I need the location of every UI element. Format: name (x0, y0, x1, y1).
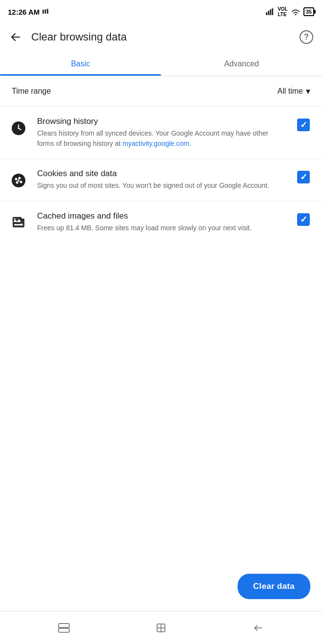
link-suffix: . (189, 140, 191, 147)
time-range-value: All time (278, 87, 303, 96)
status-time: 12:26 AM (8, 8, 51, 16)
help-circle-icon: ? (300, 30, 313, 44)
home-icon (155, 622, 167, 634)
svg-rect-23 (59, 624, 69, 627)
browsing-history-content: Browsing history Clears history from all… (37, 117, 285, 149)
battery-level: 35 (306, 9, 312, 15)
tab-advanced-indicator (161, 74, 322, 76)
svg-rect-1 (45, 9, 46, 14)
tab-basic-label: Basic (71, 60, 90, 74)
nav-back-icon (252, 622, 264, 634)
clear-data-button[interactable]: Clear data (238, 574, 310, 599)
help-button[interactable]: ? (295, 25, 318, 49)
sim-icon (42, 8, 51, 15)
page-title: Clear browsing data (27, 31, 295, 43)
cached-content: Cached images and files Frees up 81.4 MB… (37, 211, 285, 233)
nav-back-button[interactable] (246, 616, 270, 640)
option-cookies: Cookies and site data Signs you out of m… (0, 159, 322, 201)
cookies-checkbox[interactable]: ✓ (297, 171, 310, 183)
svg-rect-4 (268, 11, 269, 15)
nav-bar (0, 611, 322, 644)
time-range-label: Time range (12, 87, 51, 96)
browsing-history-checkbox-area: ✓ (293, 117, 314, 131)
bottom-area: Clear data (0, 566, 322, 611)
tab-advanced-label: Advanced (224, 60, 259, 74)
cached-icon (8, 212, 29, 234)
svg-rect-24 (59, 628, 69, 632)
cookies-title: Cookies and site data (37, 169, 285, 179)
checkmark-icon: ✓ (300, 121, 307, 129)
checkmark-icon: ✓ (300, 215, 307, 224)
nav-home-button[interactable] (149, 616, 173, 640)
recents-icon (58, 623, 70, 633)
status-icons: VOLLTE 35 (266, 6, 314, 17)
cookie-palette-icon (11, 173, 26, 188)
battery-icon: 35 (303, 7, 314, 16)
cached-title: Cached images and files (37, 211, 285, 221)
tab-basic[interactable]: Basic (0, 53, 161, 76)
cookies-checkbox-area: ✓ (293, 169, 314, 183)
svg-rect-5 (270, 9, 271, 15)
options-list: Browsing history Clears history from all… (0, 107, 322, 243)
app-bar: Clear browsing data ? (0, 21, 322, 53)
cached-checkbox[interactable]: ✓ (297, 213, 310, 226)
tab-advanced[interactable]: Advanced (161, 53, 322, 76)
svg-point-11 (18, 128, 20, 129)
svg-point-17 (18, 180, 20, 181)
myactivity-link[interactable]: myactivity.google.com (122, 140, 189, 147)
tab-basic-indicator (0, 74, 161, 76)
back-button[interactable] (4, 25, 27, 49)
cookies-desc: Signs you out of most sites. You won't b… (37, 181, 285, 191)
svg-point-13 (15, 178, 18, 181)
cookies-icon (8, 170, 29, 191)
cached-checkbox-area: ✓ (293, 211, 314, 226)
option-cached: Cached images and files Frees up 81.4 MB… (0, 201, 322, 243)
svg-rect-6 (272, 8, 273, 15)
browsing-history-icon (8, 118, 29, 139)
browsing-history-checkbox[interactable]: ✓ (297, 119, 310, 131)
svg-point-15 (20, 181, 22, 183)
browsing-history-title: Browsing history (37, 117, 285, 126)
svg-point-16 (16, 181, 19, 184)
wifi-icon (291, 8, 301, 16)
cached-desc: Frees up 81.4 MB. Some sites may load mo… (37, 223, 285, 233)
signal-icon (266, 8, 275, 15)
time-range-row: Time range All time ▾ (0, 76, 322, 106)
spacer (0, 243, 322, 566)
gallery-icon (11, 215, 26, 231)
svg-point-14 (19, 177, 21, 180)
time-text: 12:26 AM (8, 8, 40, 16)
status-bar: 12:26 AM VOLLTE 35 (0, 0, 322, 21)
clock-icon (11, 121, 26, 136)
option-browsing-history: Browsing history Clears history from all… (0, 107, 322, 159)
dropdown-arrow-icon: ▾ (306, 86, 310, 97)
cookies-content: Cookies and site data Signs you out of m… (37, 169, 285, 191)
svg-rect-3 (266, 12, 267, 15)
svg-rect-0 (42, 10, 44, 14)
nav-recents-button[interactable] (52, 616, 76, 640)
tabs-container: Basic Advanced (0, 53, 322, 76)
svg-point-22 (14, 219, 16, 220)
checkmark-icon: ✓ (300, 173, 307, 181)
lte-icon: VOLLTE (278, 6, 288, 17)
time-range-dropdown[interactable]: All time ▾ (278, 86, 310, 97)
back-arrow-icon (9, 30, 22, 44)
browsing-history-desc: Clears history from all synced devices. … (37, 128, 285, 149)
svg-rect-2 (47, 9, 48, 14)
